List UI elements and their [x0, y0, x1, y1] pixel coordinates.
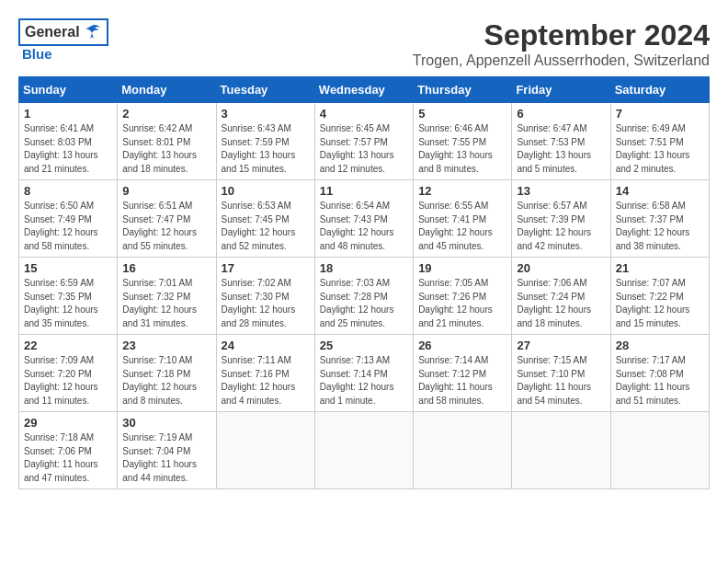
cell-info: Sunrise: 6:50 AMSunset: 7:49 PMDaylight:… [24, 201, 98, 251]
calendar-cell: 17Sunrise: 7:02 AMSunset: 7:30 PMDayligh… [216, 258, 314, 335]
day-number: 22 [24, 339, 112, 352]
calendar-cell [512, 412, 610, 489]
calendar-cell: 23Sunrise: 7:10 AMSunset: 7:18 PMDayligh… [118, 335, 216, 412]
calendar-cell: 12Sunrise: 6:55 AMSunset: 7:41 PMDayligh… [414, 180, 512, 258]
cell-info: Sunrise: 6:54 AMSunset: 7:43 PMDaylight:… [320, 201, 394, 251]
cell-info: Sunrise: 6:55 AMSunset: 7:41 PMDaylight:… [418, 201, 493, 251]
day-number: 20 [517, 261, 605, 275]
day-number: 6 [517, 107, 605, 121]
calendar-cell: 24Sunrise: 7:11 AMSunset: 7:16 PMDayligh… [216, 335, 314, 412]
cell-info: Sunrise: 6:41 AMSunset: 8:03 PMDaylight:… [24, 123, 98, 174]
month-title: September 2024 [413, 18, 710, 52]
header-day-tuesday: Tuesday [216, 77, 314, 103]
cell-info: Sunrise: 7:17 AMSunset: 7:08 PMDaylight:… [616, 355, 690, 406]
header-day-monday: Monday [118, 77, 216, 103]
calendar-cell: 26Sunrise: 7:14 AMSunset: 7:12 PMDayligh… [414, 335, 512, 412]
calendar-cell: 9Sunrise: 6:51 AMSunset: 7:47 PMDaylight… [118, 180, 216, 258]
cell-info: Sunrise: 7:07 AMSunset: 7:22 PMDaylight:… [616, 278, 690, 328]
day-number: 10 [222, 184, 310, 198]
cell-info: Sunrise: 7:02 AMSunset: 7:30 PMDaylight:… [222, 278, 296, 328]
calendar-week-4: 22Sunrise: 7:09 AMSunset: 7:20 PMDayligh… [19, 335, 710, 412]
calendar-week-2: 8Sunrise: 6:50 AMSunset: 7:49 PMDaylight… [19, 180, 710, 258]
calendar-cell: 27Sunrise: 7:15 AMSunset: 7:10 PMDayligh… [512, 335, 610, 412]
calendar-cell: 2Sunrise: 6:42 AMSunset: 8:01 PMDaylight… [118, 103, 216, 180]
cell-info: Sunrise: 7:05 AMSunset: 7:26 PMDaylight:… [418, 278, 493, 328]
calendar-cell: 6Sunrise: 6:47 AMSunset: 7:53 PMDaylight… [512, 103, 610, 180]
header-day-thursday: Thursday [414, 77, 512, 103]
day-number: 3 [222, 107, 310, 121]
cell-info: Sunrise: 6:43 AMSunset: 7:59 PMDaylight:… [222, 123, 296, 174]
cell-info: Sunrise: 6:49 AMSunset: 7:51 PMDaylight:… [616, 123, 690, 174]
day-number: 12 [418, 184, 506, 198]
day-number: 17 [222, 261, 310, 275]
day-number: 8 [24, 184, 112, 198]
day-number: 21 [616, 261, 704, 275]
calendar-week-5: 29Sunrise: 7:18 AMSunset: 7:06 PMDayligh… [19, 412, 710, 489]
calendar-cell: 13Sunrise: 6:57 AMSunset: 7:39 PMDayligh… [512, 180, 610, 258]
cell-info: Sunrise: 6:51 AMSunset: 7:47 PMDaylight:… [122, 201, 197, 251]
calendar-cell: 4Sunrise: 6:45 AMSunset: 7:57 PMDaylight… [314, 103, 413, 180]
header-day-sunday: Sunday [19, 77, 118, 103]
cell-info: Sunrise: 7:06 AMSunset: 7:24 PMDaylight:… [517, 278, 591, 328]
calendar-cell: 14Sunrise: 6:58 AMSunset: 7:37 PMDayligh… [610, 180, 709, 258]
calendar-cell: 20Sunrise: 7:06 AMSunset: 7:24 PMDayligh… [512, 258, 610, 335]
cell-info: Sunrise: 7:03 AMSunset: 7:28 PMDaylight:… [320, 278, 394, 328]
day-number: 5 [418, 107, 506, 121]
title-section: September 2024 Trogen, Appenzell Ausserr… [413, 18, 710, 69]
header-day-friday: Friday [512, 77, 610, 103]
cell-info: Sunrise: 7:19 AMSunset: 7:04 PMDaylight:… [122, 432, 197, 483]
day-number: 1 [24, 107, 112, 121]
cell-info: Sunrise: 6:42 AMSunset: 8:01 PMDaylight:… [122, 123, 197, 174]
cell-info: Sunrise: 7:01 AMSunset: 7:32 PMDaylight:… [122, 278, 197, 328]
calendar-cell: 28Sunrise: 7:17 AMSunset: 7:08 PMDayligh… [610, 335, 709, 412]
cell-info: Sunrise: 7:09 AMSunset: 7:20 PMDaylight:… [24, 355, 98, 406]
calendar-cell: 25Sunrise: 7:13 AMSunset: 7:14 PMDayligh… [314, 335, 413, 412]
logo-box: General [18, 18, 108, 46]
calendar-cell: 21Sunrise: 7:07 AMSunset: 7:22 PMDayligh… [610, 258, 709, 335]
cell-info: Sunrise: 6:59 AMSunset: 7:35 PMDaylight:… [24, 278, 98, 328]
cell-info: Sunrise: 6:58 AMSunset: 7:37 PMDaylight:… [616, 201, 690, 251]
cell-info: Sunrise: 7:18 AMSunset: 7:06 PMDaylight:… [24, 432, 98, 483]
cell-info: Sunrise: 6:45 AMSunset: 7:57 PMDaylight:… [320, 123, 394, 174]
calendar-week-1: 1Sunrise: 6:41 AMSunset: 8:03 PMDaylight… [19, 103, 710, 180]
day-number: 13 [517, 184, 605, 198]
calendar-cell: 7Sunrise: 6:49 AMSunset: 7:51 PMDaylight… [610, 103, 709, 180]
day-number: 9 [122, 184, 210, 198]
cell-info: Sunrise: 7:15 AMSunset: 7:10 PMDaylight:… [517, 355, 591, 406]
day-number: 23 [122, 339, 210, 352]
location-title: Trogen, Appenzell Ausserrhoden, Switzerl… [413, 52, 710, 69]
logo-general: General [25, 24, 80, 40]
day-number: 25 [320, 339, 408, 352]
calendar-table: SundayMondayTuesdayWednesdayThursdayFrid… [18, 76, 710, 489]
day-number: 2 [122, 107, 210, 121]
logo-blue-text: Blue [22, 46, 52, 62]
calendar-cell [314, 412, 413, 489]
calendar-cell: 30Sunrise: 7:19 AMSunset: 7:04 PMDayligh… [118, 412, 216, 489]
header-day-saturday: Saturday [610, 77, 709, 103]
day-number: 14 [616, 184, 704, 198]
cell-info: Sunrise: 7:14 AMSunset: 7:12 PMDaylight:… [418, 355, 493, 406]
day-number: 30 [122, 416, 210, 430]
day-number: 28 [616, 339, 704, 352]
day-number: 24 [222, 339, 310, 352]
day-number: 15 [24, 261, 112, 275]
cell-info: Sunrise: 6:57 AMSunset: 7:39 PMDaylight:… [517, 201, 591, 251]
cell-info: Sunrise: 7:10 AMSunset: 7:18 PMDaylight:… [122, 355, 197, 406]
logo: General Blue [18, 18, 108, 62]
calendar-cell: 16Sunrise: 7:01 AMSunset: 7:32 PMDayligh… [118, 258, 216, 335]
cell-info: Sunrise: 6:53 AMSunset: 7:45 PMDaylight:… [222, 201, 296, 251]
calendar-cell: 18Sunrise: 7:03 AMSunset: 7:28 PMDayligh… [314, 258, 413, 335]
calendar-week-3: 15Sunrise: 6:59 AMSunset: 7:35 PMDayligh… [19, 258, 710, 335]
calendar-cell: 8Sunrise: 6:50 AMSunset: 7:49 PMDaylight… [19, 180, 118, 258]
cell-info: Sunrise: 7:11 AMSunset: 7:16 PMDaylight:… [222, 355, 296, 406]
calendar-cell: 10Sunrise: 6:53 AMSunset: 7:45 PMDayligh… [216, 180, 314, 258]
calendar-cell: 1Sunrise: 6:41 AMSunset: 8:03 PMDaylight… [19, 103, 118, 180]
cell-info: Sunrise: 6:47 AMSunset: 7:53 PMDaylight:… [517, 123, 591, 174]
calendar-cell: 11Sunrise: 6:54 AMSunset: 7:43 PMDayligh… [314, 180, 413, 258]
logo-bird-icon [82, 22, 102, 42]
day-number: 16 [122, 261, 210, 275]
calendar-cell: 22Sunrise: 7:09 AMSunset: 7:20 PMDayligh… [19, 335, 118, 412]
calendar-cell: 19Sunrise: 7:05 AMSunset: 7:26 PMDayligh… [414, 258, 512, 335]
day-number: 11 [320, 184, 408, 198]
day-number: 19 [418, 261, 506, 275]
